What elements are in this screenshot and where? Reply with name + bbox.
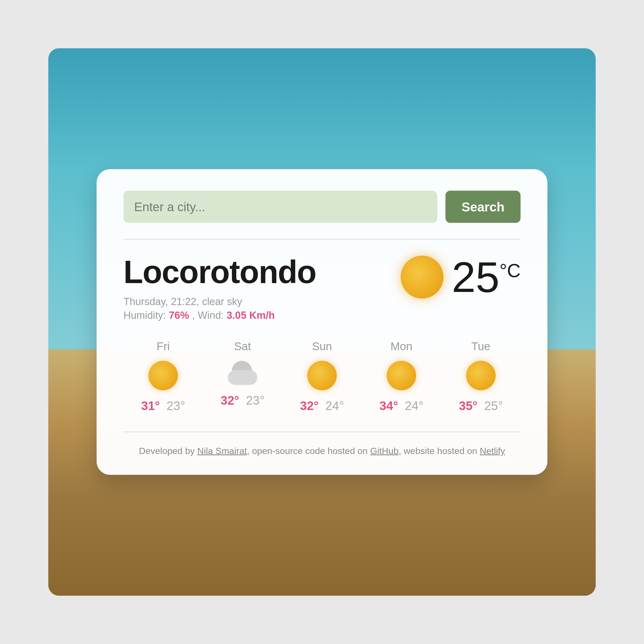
- weather-details: Humidity: 76% , Wind: 3.05 Km/h: [123, 310, 401, 321]
- author-link[interactable]: Nila Smairat: [197, 446, 247, 456]
- wind-label: ,: [192, 310, 198, 321]
- city-info: Locorotondo Thursday, 21:22, clear sky H…: [123, 256, 401, 321]
- temp-high-tue: 35°: [459, 398, 478, 413]
- wind-label-text: Wind:: [198, 310, 224, 321]
- forecast-day-fri: Fri 31° 23°: [141, 340, 185, 413]
- footer-prefix: Developed by: [139, 446, 197, 456]
- search-button[interactable]: Search: [445, 191, 521, 223]
- temp-low-sun: 24°: [325, 398, 344, 413]
- forecast-day-tue: Tue 35° 25°: [459, 340, 503, 413]
- humidity-label: Humidity:: [123, 310, 166, 321]
- github-link[interactable]: GitHub,: [370, 446, 401, 456]
- temp-high-sun: 32°: [300, 398, 319, 413]
- forecast-icon-sun: [307, 361, 337, 390]
- forecast-day-sun: Sun 32° 24°: [300, 340, 344, 413]
- forecast-icon-tue: [466, 361, 496, 390]
- top-divider: [123, 239, 521, 240]
- current-sun-icon: [401, 256, 444, 299]
- temp-low-tue: 25°: [484, 398, 503, 413]
- temperature-display: 25°C: [401, 256, 521, 299]
- temp-high-mon: 34°: [379, 398, 398, 413]
- forecast-temps-mon: 34° 24°: [379, 398, 423, 413]
- humidity-value: 76%: [169, 310, 189, 321]
- wind-value: 3.05 Km/h: [226, 310, 275, 321]
- forecast-icon-sat: [225, 361, 260, 385]
- weather-card: Search Locorotondo Thursday, 21:22, clea…: [97, 169, 547, 475]
- netlify-link[interactable]: Netlify: [480, 446, 505, 456]
- forecast-temps-sun: 32° 24°: [300, 398, 344, 413]
- search-row: Search: [123, 191, 521, 223]
- day-label-sun: Sun: [312, 340, 332, 353]
- temp-low-sat: 23°: [246, 393, 265, 408]
- city-name: Locorotondo: [123, 256, 401, 288]
- forecast-icon-mon: [387, 361, 416, 390]
- temp-high-sat: 32°: [221, 393, 239, 408]
- forecast-day-sat: Sat 32° 23°: [221, 340, 265, 413]
- day-label-sat: Sat: [234, 340, 251, 353]
- day-label-mon: Mon: [390, 340, 412, 353]
- city-search-input[interactable]: [123, 191, 437, 223]
- forecast-icon-fri: [148, 361, 178, 390]
- forecast-temps-tue: 35° 25°: [459, 398, 503, 413]
- forecast-temps-fri: 31° 23°: [141, 398, 185, 413]
- temp-low-mon: 24°: [405, 398, 424, 413]
- temp-low-fri: 23°: [167, 398, 185, 413]
- background-scene: Search Locorotondo Thursday, 21:22, clea…: [48, 48, 596, 596]
- footer-suffix: website hosted on: [401, 446, 480, 456]
- day-label-tue: Tue: [471, 340, 491, 353]
- forecast-row: Fri 31° 23° Sat 32° 23°: [123, 340, 521, 413]
- footer-middle: , open-source code hosted on: [247, 446, 370, 456]
- temp-high-fri: 31°: [141, 398, 160, 413]
- temp-unit: °C: [499, 260, 521, 281]
- forecast-temps-sat: 32° 23°: [221, 393, 265, 408]
- forecast-day-mon: Mon 34° 24°: [379, 340, 423, 413]
- temperature-value: 25°C: [452, 256, 521, 299]
- day-label-fri: Fri: [157, 340, 170, 353]
- bottom-divider: [123, 432, 521, 432]
- current-weather-section: Locorotondo Thursday, 21:22, clear sky H…: [123, 256, 521, 321]
- footer: Developed by Nila Smairat, open-source c…: [123, 446, 521, 456]
- weather-meta: Thursday, 21:22, clear sky: [123, 296, 401, 308]
